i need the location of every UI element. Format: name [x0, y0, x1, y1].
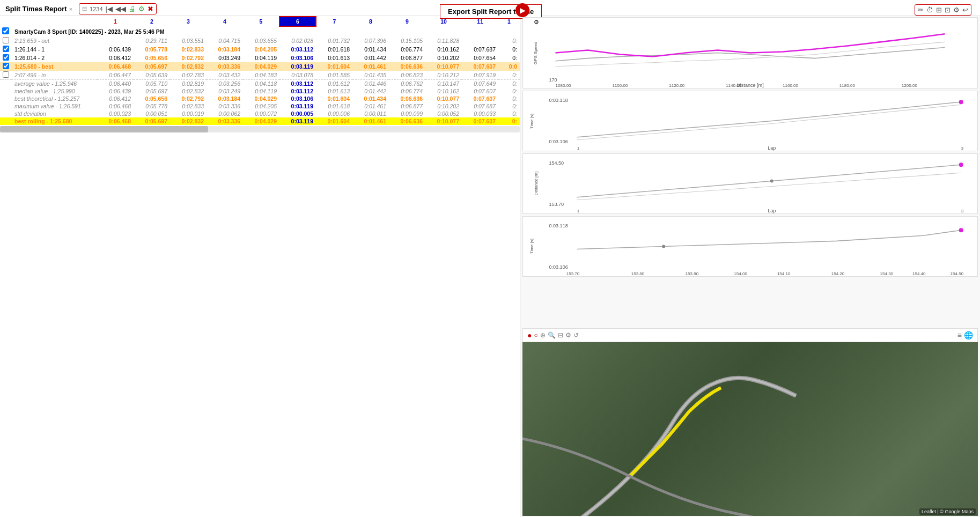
br-v5: 0:04.029 [243, 117, 279, 125]
med-v9: 0:06.774 [389, 87, 425, 95]
std-v2: 0:00.051 [134, 110, 170, 117]
lap1-v4: 0:03.184 [207, 45, 243, 54]
br-v12: 0: [498, 117, 520, 125]
rt-icon-grid2[interactable]: ⊡ [945, 6, 950, 14]
maximum-row: maximum value - 1:26.591 0:06.468 0:05.7… [0, 102, 520, 110]
chart-y-label-time1: Time [s] [529, 113, 534, 128]
toolbar-icon-close[interactable]: ✖ [148, 5, 153, 13]
toolbar-icon-print[interactable]: 🖨 [129, 5, 136, 13]
toolbar-icon-1234[interactable]: 1234 [90, 6, 102, 12]
max-v8: 0:01.461 [352, 102, 389, 110]
best-v11: 0:07.607 [462, 62, 498, 71]
best-checkbox[interactable] [3, 63, 9, 69]
map-icon-settings2[interactable]: ⚙ [565, 331, 571, 339]
toolbar-icon-skip-back[interactable]: |◀ [106, 5, 113, 13]
best-v5: 0:04.029 [243, 62, 279, 71]
rt-icon-edit[interactable]: ✏ [918, 6, 924, 14]
col-header-5[interactable]: 5 [243, 17, 279, 26]
std-row: std deviation 0:00.023 0:00.051 0:00.019… [0, 110, 520, 117]
max-v9: 0:06.877 [389, 102, 425, 110]
col-header-1[interactable]: 1 [97, 17, 134, 26]
map-icon-crosshair[interactable]: ⊕ [540, 331, 546, 339]
col-header-first [11, 17, 97, 26]
col-header-3[interactable]: 3 [170, 17, 207, 26]
out-label: 2:13.659 - out [11, 36, 97, 45]
map-icon-zoom-drag[interactable]: ⊟ [558, 331, 563, 339]
lap1-v3: 0:02.833 [170, 45, 207, 54]
svg-text:Lap: Lap [768, 208, 776, 213]
toolbar-icon-settings[interactable]: ⚙ [138, 5, 145, 13]
lap2-v12: 0: [498, 54, 520, 62]
in-checkbox[interactable] [3, 71, 9, 78]
map-icon-circle-red[interactable]: ○ [534, 331, 537, 339]
horizontal-scrollbar[interactable] [0, 126, 520, 132]
lap1-v8: 0:01.434 [352, 45, 389, 54]
avg-v7: 0:01.612 [316, 80, 352, 87]
rt-icon-gear[interactable]: ⚙ [953, 6, 960, 14]
play-button[interactable]: ▶ [515, 3, 529, 17]
best-v3: 0:02.832 [170, 62, 207, 71]
col-header-7[interactable]: 7 [316, 17, 352, 26]
split-times-table: 1 2 3 4 5 6 7 8 9 10 11 1 [0, 16, 520, 125]
map-icon-zoom-in[interactable]: 🔍 [548, 331, 556, 339]
out-v3: 0:03.551 [170, 36, 207, 45]
svg-text:0:03.106: 0:03.106 [549, 139, 568, 144]
lap2-row: 1:26.014 - 2 0:06.412 0:05.656 0:02.792 … [0, 54, 520, 62]
map-icon-reset[interactable]: ↺ [573, 331, 579, 339]
tab-close-icon[interactable]: × [69, 6, 72, 12]
max-label: maximum value - 1:26.591 [11, 102, 97, 110]
avg-v12: 0: [498, 80, 520, 87]
svg-text:1120.00: 1120.00 [669, 83, 685, 88]
time-lap-chart-svg: 0:03.118 0:03.106 1 3 Lap [523, 91, 977, 151]
map-icon-globe[interactable]: 🌐 [964, 331, 973, 339]
col-header-4[interactable]: 4 [207, 17, 243, 26]
svg-text:1: 1 [577, 146, 580, 151]
toolbar-icon-rewind[interactable]: ◀◀ [115, 5, 126, 13]
lap1-checkbox[interactable] [3, 46, 9, 52]
std-v4: 0:00.062 [207, 110, 243, 117]
lap2-v9: 0:06.877 [389, 54, 425, 62]
median-label: median value - 1:25.990 [11, 87, 97, 95]
lap1-row: 1:26.144 - 1 0:06.439 0:05.778 0:02.833 … [0, 45, 520, 54]
col-header-2[interactable]: 2 [134, 17, 170, 26]
col-header-6[interactable]: 6 [279, 17, 316, 26]
map-icon-layers[interactable]: ≡ [957, 331, 962, 339]
rt-icon-undo[interactable]: ↩ [962, 6, 968, 14]
best-v10: 0:10.077 [425, 62, 462, 71]
bth-v6: 0:03.106 [279, 95, 316, 102]
distance-lap-chart-svg: 154.50 153.70 1 3 Lap [523, 154, 977, 213]
avg-v1: 0:06.440 [97, 80, 134, 87]
gear-icon-chart1[interactable]: ⚙ [534, 19, 539, 26]
std-v1: 0:00.023 [97, 110, 134, 117]
rt-icon-grid1[interactable]: ⊞ [936, 6, 942, 14]
in-v12: 0: [498, 71, 520, 80]
best-v8: 0:01.461 [352, 62, 389, 71]
map-icon-dot-red[interactable]: ● [527, 331, 532, 339]
best-label: 1:25.680 - best [11, 62, 97, 71]
map-overlay-svg [522, 342, 978, 516]
out-checkbox[interactable] [3, 37, 9, 43]
right-panel: GPS Speed ⚙ 170 1080.00 1100.00 1120.00 … [520, 16, 980, 517]
svg-text:Distance [m]: Distance [m] [736, 83, 763, 88]
col-header-9[interactable]: 9 [389, 17, 425, 26]
bth-v11: 0:07.607 [462, 95, 498, 102]
rt-icon-timer[interactable]: ⏱ [926, 6, 933, 14]
std-v12: 0: [498, 110, 520, 117]
bth-v2: 0:05.656 [134, 95, 170, 102]
lap2-v1: 0:06.412 [97, 54, 134, 62]
col-header-8[interactable]: 8 [352, 17, 389, 26]
in-v2: 0:05.639 [134, 71, 170, 80]
med-v11: 0:07.607 [462, 87, 498, 95]
med-v3: 0:02.832 [170, 87, 207, 95]
lap2-v10: 0:10.202 [425, 54, 462, 62]
map-view[interactable]: Leaflet | © Google Maps [522, 342, 978, 516]
bestroll-label: best rolling - 1:25.680 [11, 117, 97, 125]
out-v8: 0:07.396 [352, 36, 389, 45]
svg-text:1100.00: 1100.00 [612, 83, 628, 88]
avg-v3: 0:02.819 [170, 80, 207, 87]
lap2-checkbox[interactable] [3, 54, 9, 61]
bth-v9: 0:06.636 [389, 95, 425, 102]
device-checkbox[interactable] [2, 27, 9, 34]
toolbar-icon-slider[interactable]: ⊟ [82, 5, 87, 12]
lap2-v8: 0:01.442 [352, 54, 389, 62]
